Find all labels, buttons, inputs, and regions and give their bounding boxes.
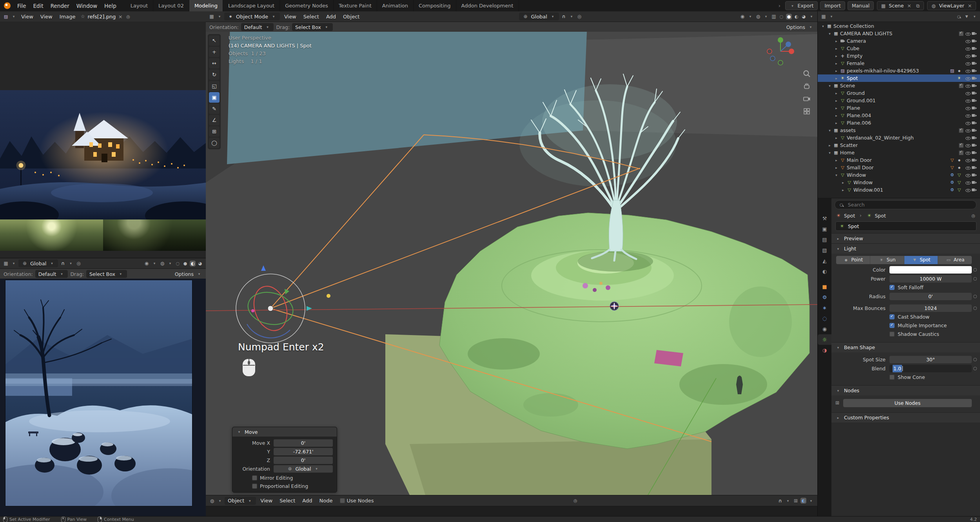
- tab-landscape-layout[interactable]: Landscape Layout: [223, 0, 280, 11]
- camera-viewport-canvas[interactable]: [0, 279, 206, 517]
- light-type-area[interactable]: Area: [938, 256, 972, 264]
- outliner-row-home[interactable]: Home: [818, 149, 980, 156]
- disable-render-icon[interactable]: [971, 157, 977, 163]
- image-filename[interactable]: refs[2].png: [87, 14, 116, 20]
- outliner-row-cube[interactable]: Cube: [818, 45, 980, 52]
- menu-view-2[interactable]: View: [38, 14, 55, 20]
- properties-search[interactable]: [835, 200, 976, 209]
- breadcrumb-data[interactable]: Spot: [875, 213, 886, 219]
- collapse-arrow-icon[interactable]: [777, 3, 783, 9]
- search-icon[interactable]: [956, 13, 962, 20]
- image-editor-canvas[interactable]: [0, 22, 206, 258]
- shading-material-icon[interactable]: [793, 14, 799, 20]
- outliner-row-female[interactable]: Female: [818, 60, 980, 67]
- tab-world[interactable]: [818, 266, 831, 277]
- proportional-editing-checkbox[interactable]: [252, 484, 257, 489]
- expand-icon[interactable]: [833, 90, 839, 96]
- editor-type-icon[interactable]: [209, 498, 215, 504]
- outliner-row-ground-001[interactable]: Ground.001: [818, 97, 980, 104]
- disable-render-icon[interactable]: [971, 53, 977, 59]
- tab-geometry-nodes[interactable]: Geometry Nodes: [280, 0, 334, 11]
- move-x-field[interactable]: 0': [274, 439, 333, 447]
- light-type-spot[interactable]: Spot: [904, 256, 938, 264]
- animate-decorator[interactable]: [972, 367, 978, 370]
- use-nodes-checkbox[interactable]: [340, 498, 345, 503]
- collection-checkbox[interactable]: [959, 143, 964, 148]
- hide-viewport-icon[interactable]: [965, 179, 971, 185]
- disable-render-icon[interactable]: [971, 98, 977, 103]
- hide-viewport-icon[interactable]: [965, 112, 971, 118]
- snap-magnet-icon[interactable]: [777, 498, 783, 504]
- light-panel-header[interactable]: Light: [831, 244, 980, 254]
- custom-properties-panel-header[interactable]: Custom Properties: [831, 413, 980, 422]
- chevron-down-icon[interactable]: [971, 13, 978, 20]
- spot-size-field[interactable]: 30°: [889, 356, 972, 363]
- outliner-row-pexels-image[interactable]: pexels-mikhail-nilov-8429653: [818, 67, 980, 74]
- shader-type-dropdown[interactable]: Object: [225, 497, 256, 505]
- viewlayer-selector[interactable]: ViewLayer: [927, 1, 976, 10]
- manual-button[interactable]: Manual: [848, 1, 874, 10]
- unlink-image-icon[interactable]: [117, 13, 123, 20]
- expand-icon[interactable]: [833, 53, 839, 59]
- tab-tool[interactable]: [818, 213, 831, 224]
- chevron-down-icon[interactable]: [568, 13, 575, 20]
- drag-dropdown[interactable]: Select Box: [86, 270, 127, 278]
- expand-icon[interactable]: [827, 83, 833, 89]
- outliner-row-scatter[interactable]: Scatter: [818, 141, 980, 149]
- tab-scene[interactable]: [818, 256, 831, 266]
- shadow-caustics-checkbox[interactable]: [889, 332, 895, 337]
- collection-checkbox[interactable]: [959, 31, 964, 36]
- editor-type-icon[interactable]: [3, 13, 9, 20]
- animate-decorator[interactable]: [972, 277, 978, 281]
- menu-view[interactable]: View: [258, 498, 275, 504]
- snap-magnet-icon[interactable]: [60, 260, 66, 266]
- orthographic-grid-icon[interactable]: [802, 107, 811, 116]
- disable-render-icon[interactable]: [971, 45, 977, 51]
- use-nodes-button[interactable]: Use Nodes: [843, 399, 972, 407]
- mode-dropdown[interactable]: Object Mode: [224, 13, 280, 20]
- outliner-row-main-door[interactable]: Main Door: [818, 156, 980, 164]
- collection-checkbox[interactable]: [959, 128, 964, 133]
- disable-render-icon[interactable]: [971, 135, 977, 141]
- move-tool-button[interactable]: [209, 58, 220, 69]
- editor-type-icon[interactable]: [3, 260, 9, 266]
- expand-icon[interactable]: [827, 142, 833, 149]
- shading-rendered-icon[interactable]: [801, 14, 807, 20]
- hide-viewport-icon[interactable]: [965, 83, 971, 89]
- outliner-row-plane[interactable]: Plane: [818, 104, 980, 112]
- import-button[interactable]: Import: [820, 1, 845, 10]
- chevron-down-icon[interactable]: [808, 498, 814, 504]
- visibility-icon[interactable]: [739, 13, 746, 20]
- expand-icon[interactable]: [833, 45, 839, 52]
- add-primitive-tool-button[interactable]: [209, 126, 220, 137]
- menu-select[interactable]: Select: [277, 498, 298, 504]
- scale-tool-button[interactable]: [209, 81, 220, 91]
- expand-icon[interactable]: [833, 112, 839, 119]
- disable-render-icon[interactable]: [971, 83, 977, 89]
- hide-viewport-icon[interactable]: [965, 90, 971, 96]
- tab-addon-development[interactable]: Addon Development: [456, 0, 519, 11]
- multiple-importance-checkbox[interactable]: [889, 323, 895, 328]
- navigation-gizmo[interactable]: [764, 35, 797, 68]
- node-options-icon[interactable]: [793, 498, 799, 504]
- hide-viewport-icon[interactable]: [965, 127, 971, 133]
- overlays-icon[interactable]: [755, 13, 761, 20]
- tab-output[interactable]: [818, 234, 831, 245]
- expand-icon[interactable]: [840, 179, 846, 186]
- menu-view[interactable]: View: [18, 14, 36, 20]
- hide-viewport-icon[interactable]: [965, 105, 971, 111]
- radius-field[interactable]: 0': [889, 293, 972, 300]
- close-icon[interactable]: [967, 3, 973, 9]
- move-y-field[interactable]: -72.671': [274, 448, 333, 455]
- outliner-row-spot[interactable]: Spot: [818, 74, 980, 82]
- tab-modeling[interactable]: Modeling: [189, 0, 223, 11]
- menu-image[interactable]: Image: [57, 14, 78, 20]
- menu-window[interactable]: Window: [73, 0, 101, 11]
- light-type-sun[interactable]: Sun: [870, 256, 904, 264]
- outliner-row-camera[interactable]: Camera: [818, 37, 980, 45]
- tab-particles[interactable]: [818, 303, 831, 313]
- expand-icon[interactable]: [827, 150, 833, 156]
- shader-editor-canvas[interactable]: [206, 506, 817, 517]
- disable-render-icon[interactable]: [971, 150, 977, 156]
- tweak-tool-button[interactable]: [209, 35, 220, 46]
